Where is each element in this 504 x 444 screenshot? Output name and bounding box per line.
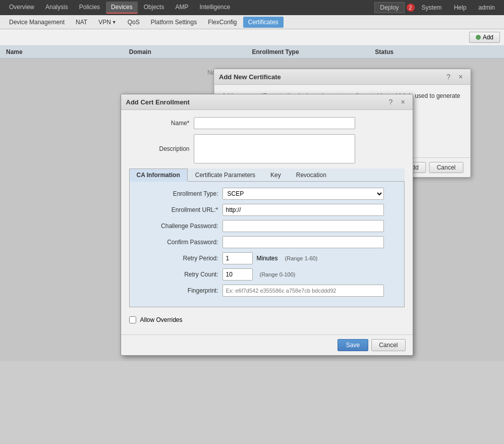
- confirm-password-input[interactable]: [222, 236, 384, 248]
- subnav-nat[interactable]: NAT: [71, 17, 92, 28]
- fingerprint-input[interactable]: [222, 285, 384, 297]
- retry-count-label: Retry Count:: [138, 271, 218, 278]
- enrollment-dialog-controls: ? ×: [386, 97, 408, 106]
- enrollment-type-row: Enrollment Type: SCEP Manual PKCS12 EST: [138, 188, 396, 200]
- dialog-cert-help-icon[interactable]: ?: [444, 72, 453, 81]
- col-enrollment-type: Enrollment Type: [252, 48, 375, 56]
- enrollment-tabs: CA Information Certificate Parameters Ke…: [129, 169, 405, 182]
- retry-period-range: (Range 1-60): [285, 255, 318, 261]
- page-toolbar: Add: [0, 29, 504, 46]
- enrollment-save-button[interactable]: Save: [338, 339, 368, 351]
- enrollment-name-input[interactable]: [194, 117, 355, 129]
- dialog-cert-controls: ? ×: [444, 72, 465, 81]
- add-button-label: Add: [483, 34, 493, 41]
- top-navigation: Overview Analysis Policies Devices Objec…: [0, 0, 504, 15]
- col-domain: Domain: [129, 48, 252, 56]
- dialog-cert-title: Add New Certificate: [219, 73, 281, 81]
- subnav-vpn[interactable]: VPN ▼: [93, 17, 122, 28]
- tab-ca-information-content: Enrollment Type: SCEP Manual PKCS12 EST …: [129, 182, 405, 307]
- admin-menu[interactable]: admin: [473, 2, 500, 13]
- subnav-qos[interactable]: QoS: [123, 17, 145, 28]
- retry-period-unit: Minutes: [257, 255, 278, 262]
- enrollment-type-select[interactable]: SCEP Manual PKCS12 EST: [222, 188, 384, 200]
- subnav-vpn-label: VPN: [98, 19, 111, 26]
- nav-intelligence[interactable]: Intelligence: [194, 2, 235, 14]
- add-button[interactable]: Add: [469, 32, 500, 43]
- fingerprint-row: Fingerprint:: [138, 285, 396, 297]
- dialog-cert-close-icon[interactable]: ×: [456, 72, 465, 81]
- allow-overrides-checkbox[interactable]: [129, 316, 136, 323]
- enrollment-dialog-title: Add Cert Enrollment: [126, 98, 190, 106]
- subnav-flexconfig[interactable]: FlexConfig: [203, 17, 242, 28]
- enrollment-description-row: Description: [129, 134, 405, 163]
- sub-navigation: Device Management NAT VPN ▼ QoS Platform…: [0, 15, 504, 29]
- enrollment-description-textarea[interactable]: [194, 134, 355, 163]
- fingerprint-label: Fingerprint:: [138, 287, 218, 294]
- enrollment-name-label: Name*: [129, 120, 190, 127]
- add-dot-icon: [476, 35, 481, 40]
- subnav-certificates[interactable]: Certificates: [243, 17, 284, 28]
- nav-analysis[interactable]: Analysis: [40, 2, 73, 14]
- help-menu[interactable]: Help: [449, 2, 472, 13]
- nav-objects[interactable]: Objects: [139, 2, 170, 14]
- tab-revocation[interactable]: Revocation: [289, 169, 334, 181]
- enrollment-url-row: Enrollment URL:*: [138, 204, 396, 216]
- add-cert-enrollment-dialog: Add Cert Enrollment ? × Name* Descriptio…: [121, 94, 413, 356]
- enrollment-url-input[interactable]: [222, 204, 384, 216]
- alert-badge[interactable]: 2: [407, 4, 415, 12]
- enrollment-dialog-close-icon[interactable]: ×: [399, 97, 408, 106]
- retry-period-row: Retry Period: Minutes (Range 1-60): [138, 252, 396, 264]
- dialog-cert-titlebar: Add New Certificate ? ×: [214, 69, 470, 85]
- tab-key[interactable]: Key: [263, 169, 289, 181]
- subnav-device-management[interactable]: Device Management: [4, 17, 70, 28]
- nav-devices[interactable]: Devices: [106, 2, 138, 14]
- main-content: No certificates Add Certificates Add New…: [0, 59, 504, 361]
- enrollment-cancel-button[interactable]: Cancel: [371, 339, 405, 351]
- allow-overrides-row: Allow Overrides: [129, 312, 405, 327]
- retry-count-input[interactable]: [222, 268, 253, 281]
- col-status: Status: [375, 48, 498, 56]
- nav-policies[interactable]: Policies: [74, 2, 105, 14]
- tab-ca-information[interactable]: CA Information: [129, 169, 188, 182]
- challenge-password-label: Challenge Password:: [138, 223, 218, 230]
- enrollment-name-row: Name*: [129, 117, 405, 129]
- confirm-password-label: Confirm Password:: [138, 239, 218, 246]
- nav-amp[interactable]: AMP: [170, 2, 193, 14]
- main-nav: Overview Analysis Policies Devices Objec…: [4, 2, 235, 14]
- retry-count-row: Retry Count: (Range 0-100): [138, 268, 396, 281]
- top-nav-right: Deploy 2 System Help admin: [374, 2, 500, 13]
- retry-period-label: Retry Period:: [138, 255, 218, 262]
- enrollment-dialog-titlebar: Add Cert Enrollment ? ×: [121, 94, 413, 110]
- confirm-password-row: Confirm Password:: [138, 236, 396, 248]
- deploy-button[interactable]: Deploy: [374, 2, 404, 13]
- enrollment-url-label: Enrollment URL:*: [138, 206, 218, 213]
- subnav-platform-settings[interactable]: Platform Settings: [146, 17, 202, 28]
- retry-period-input[interactable]: [222, 252, 253, 264]
- enrollment-description-label: Description: [129, 145, 190, 152]
- enrollment-dialog-footer: Save Cancel: [121, 335, 413, 355]
- enrollment-dialog-help-icon[interactable]: ?: [386, 97, 396, 106]
- challenge-password-input[interactable]: [222, 220, 384, 232]
- enrollment-type-label: Enrollment Type:: [138, 190, 218, 197]
- retry-count-range: (Range 0-100): [260, 271, 296, 278]
- enrollment-dialog-body: Name* Description CA Information Certifi…: [121, 110, 413, 335]
- nav-overview[interactable]: Overview: [4, 2, 39, 14]
- col-name: Name: [6, 48, 129, 56]
- table-header: Name Domain Enrollment Type Status: [0, 46, 504, 59]
- challenge-password-row: Challenge Password:: [138, 220, 396, 232]
- vpn-dropdown-icon: ▼: [112, 20, 117, 25]
- tab-certificate-parameters[interactable]: Certificate Parameters: [188, 169, 263, 181]
- allow-overrides-label: Allow Overrides: [140, 316, 183, 323]
- cert-dialog-cancel-button[interactable]: Cancel: [429, 162, 463, 173]
- system-menu[interactable]: System: [417, 2, 447, 13]
